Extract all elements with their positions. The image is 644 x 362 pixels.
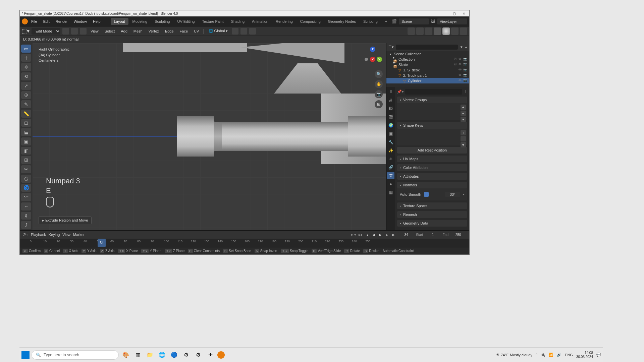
timeline-keying[interactable]: Keying: [49, 233, 60, 237]
visibility-icon[interactable]: 👁: [459, 63, 463, 67]
remesh-header[interactable]: Remesh: [397, 211, 467, 218]
header-select[interactable]: Select: [103, 28, 117, 34]
proportional-edit-toggle[interactable]: [249, 28, 256, 35]
start-button[interactable]: [21, 351, 30, 359]
visibility-icon[interactable]: 👁: [459, 57, 463, 61]
pan-icon[interactable]: ✋: [375, 80, 383, 88]
output-properties-tab[interactable]: 🖨: [387, 97, 394, 104]
tab-compositing[interactable]: Compositing: [297, 18, 324, 25]
edge-select-mode[interactable]: [71, 28, 78, 35]
tab-scripting[interactable]: Scripting: [360, 18, 381, 25]
remove-vertex-group-button[interactable]: −: [461, 111, 466, 116]
tab-shading[interactable]: Shading: [228, 18, 248, 25]
pivot-menu[interactable]: [232, 28, 238, 35]
physics-properties-tab[interactable]: ⚛: [387, 155, 394, 163]
object-properties-tab[interactable]: ▣: [387, 130, 394, 137]
tab-rendering[interactable]: Rendering: [272, 18, 296, 25]
transform-tool[interactable]: ⊕: [21, 91, 31, 99]
header-vertex[interactable]: Vertex: [147, 28, 161, 34]
exclude-icon[interactable]: ☑: [454, 63, 458, 67]
auto-keying-toggle[interactable]: ●: [351, 233, 353, 237]
minimize-button[interactable]: —: [441, 12, 448, 15]
world-properties-tab[interactable]: 🌍: [387, 122, 394, 129]
chrome-browser-icon[interactable]: 🔵: [169, 350, 179, 360]
smooth-tool[interactable]: 〰: [21, 193, 31, 201]
menu-window[interactable]: Window: [71, 18, 90, 25]
render-icon[interactable]: 📷: [463, 57, 467, 61]
taskbar-search[interactable]: 🔍 Type here to search: [32, 350, 119, 360]
visibility-icon[interactable]: 👁: [459, 79, 463, 83]
orientation-select[interactable]: 🌐 Global ▾: [207, 28, 230, 34]
outliner-truck[interactable]: ▽ 2. Truck part 1 👁📷: [386, 73, 469, 78]
mesh-properties-tab[interactable]: ▽: [387, 172, 394, 179]
new-collection-icon[interactable]: +: [465, 45, 467, 49]
tab-add-workspace[interactable]: +: [382, 18, 390, 25]
outliner-search-input[interactable]: [396, 45, 458, 50]
timeline-type-icon[interactable]: ⏱▾: [22, 233, 28, 237]
telegram-icon[interactable]: ✈: [205, 350, 215, 360]
overlays-toggle[interactable]: [416, 27, 424, 35]
keyframe-dot-icon[interactable]: ●: [463, 193, 465, 196]
app-icon-1[interactable]: ⚙: [181, 350, 191, 360]
texture-space-header[interactable]: Texture Space: [397, 202, 467, 209]
task-view-icon[interactable]: ▥: [133, 350, 143, 360]
tab-sculpting[interactable]: Sculpting: [151, 18, 173, 25]
solid-shading[interactable]: [442, 27, 450, 35]
menu-help[interactable]: Help: [90, 18, 103, 25]
header-mesh[interactable]: Mesh: [131, 28, 145, 34]
tray-power-icon[interactable]: 🔌: [541, 353, 545, 357]
3d-viewport[interactable]: Right Orthographic (34) Cylinder Centime…: [33, 43, 386, 230]
gizmo-y-axis[interactable]: Y: [377, 57, 382, 62]
menu-file[interactable]: File: [29, 18, 40, 25]
tab-animation[interactable]: Animation: [249, 18, 272, 25]
geometry-data-header[interactable]: Geometry Data: [397, 220, 467, 227]
file-explorer-icon[interactable]: 📁: [145, 350, 155, 360]
outliner-collection[interactable]: ▸📦 Collection ☑👁📷: [386, 57, 469, 62]
extrude-region-tool[interactable]: ⬓: [21, 128, 31, 136]
header-edge[interactable]: Edge: [163, 28, 176, 34]
knife-tool[interactable]: ✂: [21, 165, 31, 173]
render-icon[interactable]: 📷: [463, 68, 467, 72]
timeline-playhead[interactable]: 34: [98, 239, 106, 247]
render-icon[interactable]: 📷: [463, 73, 467, 77]
rotate-tool[interactable]: ⟲: [21, 72, 31, 80]
snap-toggle[interactable]: [240, 28, 247, 35]
edge-browser-icon[interactable]: 🌐: [157, 350, 167, 360]
render-properties-tab[interactable]: 🖥: [387, 88, 394, 96]
settings-icon[interactable]: ⚙: [193, 350, 203, 360]
filter-icon[interactable]: ▼: [460, 45, 463, 49]
inset-faces-tool[interactable]: ▣: [21, 137, 31, 145]
edge-slide-tool[interactable]: ↔: [21, 202, 31, 210]
bevel-tool[interactable]: ◧: [21, 147, 31, 155]
constraint-properties-tab[interactable]: 🔗: [387, 164, 394, 171]
tab-uv-editing[interactable]: UV Editing: [174, 18, 198, 25]
notifications-icon[interactable]: 💬: [596, 353, 601, 357]
annotate-tool[interactable]: ✎: [21, 100, 31, 108]
blender-taskbar-icon[interactable]: [217, 351, 225, 359]
shape-key-menu[interactable]: ▾: [461, 142, 466, 147]
viewlayer-properties-tab[interactable]: 🖼: [387, 105, 394, 112]
xray-toggle[interactable]: [425, 27, 432, 35]
spin-tool[interactable]: 🌀: [21, 184, 31, 192]
tray-network-icon[interactable]: 📶: [549, 353, 553, 357]
weather-widget[interactable]: ☀ 74°F Mostly cloudy: [496, 353, 532, 357]
tab-geometry-nodes[interactable]: Geometry Nodes: [325, 18, 359, 25]
shape-keys-header[interactable]: Shape Keys: [397, 122, 467, 129]
tray-chevron-icon[interactable]: ^: [536, 353, 537, 357]
play-button[interactable]: ▶: [378, 232, 383, 237]
add-rest-position-button[interactable]: Add Rest Position: [397, 147, 467, 154]
wireframe-shading[interactable]: [434, 27, 441, 35]
camera-view-icon[interactable]: 📷: [375, 90, 383, 98]
keyframe-next-button[interactable]: ▸: [384, 232, 390, 237]
mode-select[interactable]: Edit Mode: [32, 28, 60, 35]
header-uv[interactable]: UV: [192, 28, 201, 34]
auto-smooth-angle[interactable]: 30°: [445, 192, 460, 197]
rip-region-tool[interactable]: ⤴: [21, 221, 31, 229]
uv-maps-header[interactable]: UV Maps: [397, 156, 467, 162]
scene-name-input[interactable]: [399, 18, 429, 24]
tab-texture-paint[interactable]: Texture Paint: [199, 18, 227, 25]
remove-shape-key-button[interactable]: −: [461, 136, 466, 141]
taskbar-clock[interactable]: 14:08 30.03.2024: [576, 351, 593, 359]
editor-type-icon[interactable]: ⬚▾: [22, 28, 30, 34]
scale-tool[interactable]: ⤢: [21, 82, 31, 90]
